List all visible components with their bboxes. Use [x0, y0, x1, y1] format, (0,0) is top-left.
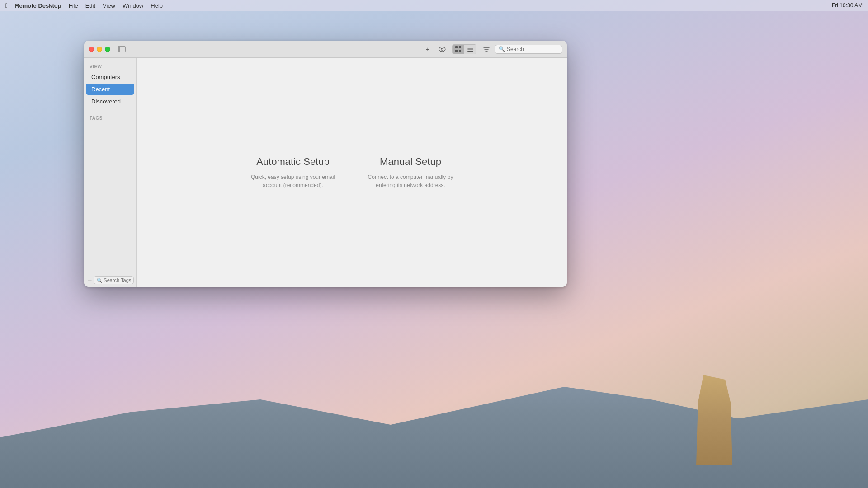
background-scenery — [0, 298, 868, 488]
list-icon — [467, 47, 473, 52]
svg-rect-6 — [467, 47, 473, 47]
tags-section-label: TAGS — [84, 113, 136, 122]
svg-rect-3 — [459, 46, 461, 48]
search-box[interactable]: 🔍 — [495, 45, 562, 54]
svg-rect-8 — [467, 51, 473, 52]
edit-menu-item[interactable]: Edit — [85, 2, 95, 9]
main-content: Automatic Setup Quick, easy setup using … — [137, 58, 567, 287]
svg-rect-7 — [467, 49, 473, 50]
search-input[interactable] — [507, 46, 557, 52]
automatic-setup-option[interactable]: Automatic Setup Quick, easy setup using … — [248, 156, 338, 189]
file-menu-item[interactable]: File — [69, 2, 78, 9]
svg-point-0 — [439, 47, 445, 52]
setup-options: Automatic Setup Quick, easy setup using … — [248, 156, 456, 189]
svg-rect-4 — [455, 50, 458, 52]
minimize-button[interactable] — [97, 47, 102, 52]
mountain-background — [0, 361, 868, 488]
automatic-setup-description: Quick, easy setup using your email accou… — [248, 173, 338, 189]
sidebar-toggle-button[interactable] — [118, 46, 127, 53]
menubar-time: Fri 10:30 AM — [832, 2, 863, 9]
view-button[interactable] — [436, 44, 448, 54]
grid-icon — [455, 46, 461, 52]
sidebar-toggle-icon — [118, 46, 126, 52]
view-menu-item[interactable]: View — [103, 2, 115, 9]
manual-setup-option[interactable]: Manual Setup Connect to a computer manua… — [365, 156, 456, 189]
maximize-button[interactable] — [105, 47, 110, 52]
sidebar-search-icon: 🔍 — [97, 278, 102, 283]
add-tag-button[interactable]: + — [88, 277, 92, 284]
manual-setup-description: Connect to a computer manually by enteri… — [365, 173, 456, 189]
traffic-lights — [89, 47, 110, 52]
grid-view-button[interactable] — [453, 45, 464, 54]
help-menu-item[interactable]: Help — [151, 2, 163, 9]
sidebar-item-discovered-label: Discovered — [91, 98, 121, 105]
add-button[interactable]: + — [421, 44, 434, 54]
sidebar-footer: + 🔍 — [84, 273, 136, 287]
close-button[interactable] — [89, 47, 94, 52]
list-view-button[interactable] — [464, 45, 476, 54]
desktop:  Remote Desktop File Edit View Window H… — [0, 0, 868, 488]
app-menu-item[interactable]: Remote Desktop — [15, 2, 61, 9]
sidebar-item-recent-label: Recent — [91, 86, 110, 93]
titlebar: + — [84, 41, 567, 58]
app-window: + — [84, 41, 567, 287]
manual-setup-title: Manual Setup — [380, 156, 441, 168]
window-menu-item[interactable]: Window — [123, 2, 143, 9]
filter-button[interactable] — [480, 44, 493, 54]
sidebar-search-input[interactable] — [104, 277, 131, 283]
filter-icon — [483, 47, 490, 52]
sidebar-item-computers[interactable]: Computers — [86, 71, 134, 83]
sidebar: VIEW Computers Recent Discovered TAGS + … — [84, 58, 137, 287]
view-toggle-group — [452, 44, 476, 54]
menubar-right: Fri 10:30 AM — [832, 2, 863, 9]
view-section-label: VIEW — [84, 61, 136, 71]
menubar:  Remote Desktop File Edit View Window H… — [0, 0, 868, 11]
sidebar-search-box[interactable]: 🔍 — [94, 276, 134, 284]
apple-menu[interactable]:  — [5, 2, 8, 9]
svg-point-1 — [441, 48, 443, 50]
sidebar-item-discovered[interactable]: Discovered — [86, 96, 134, 107]
svg-rect-2 — [455, 46, 458, 48]
toolbar-actions: + — [421, 44, 562, 54]
sidebar-item-recent[interactable]: Recent — [86, 84, 134, 95]
window-body: VIEW Computers Recent Discovered TAGS + … — [84, 58, 567, 287]
svg-rect-5 — [459, 50, 461, 52]
sidebar-item-computers-label: Computers — [91, 74, 120, 80]
rock-formation — [696, 375, 732, 465]
search-icon: 🔍 — [499, 46, 505, 52]
automatic-setup-title: Automatic Setup — [256, 156, 329, 168]
eye-icon — [439, 46, 446, 52]
